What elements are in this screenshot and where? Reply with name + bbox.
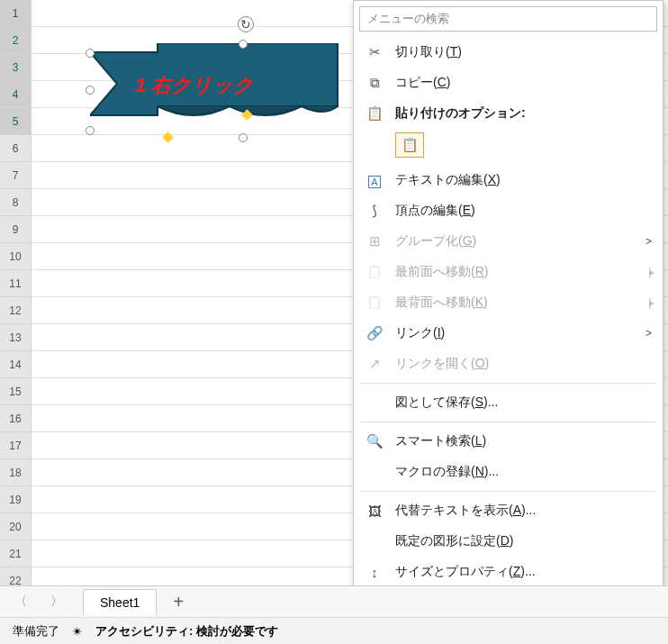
context-menu-item[interactable]: 図として保存(S)...	[354, 387, 663, 418]
row-header[interactable]: 20	[0, 513, 32, 540]
menu-search-input[interactable]: メニューの検索	[359, 6, 657, 32]
menu-item-label: 最背面へ移動(K)	[395, 295, 649, 311]
context-menu-item[interactable]: ⧉コピー(C)	[354, 68, 663, 98]
menu-item-icon: ⊞	[363, 233, 386, 249]
resize-handle[interactable]	[239, 40, 248, 49]
status-bar: 準備完了 ✴ アクセシビリティ: 検討が必要です	[0, 617, 668, 644]
menu-item-label: マクロの登録(N)...	[395, 464, 652, 480]
sheet-tabs-bar: 〈 〉 Sheet1 +	[0, 585, 668, 617]
menu-item-icon: 🀆	[363, 295, 386, 311]
menu-item-label: 頂点の編集(E)	[395, 203, 652, 219]
context-menu: メニューの検索 ✂切り取り(T)⧉コピー(C)📋貼り付けのオプション:📋Aテキス…	[353, 0, 663, 619]
context-menu-item: 🀆最前面へ移動(R)| ▸	[354, 257, 663, 287]
row-header[interactable]: 9	[0, 216, 32, 243]
row-header[interactable]: 16	[0, 405, 32, 432]
row-header[interactable]: 11	[0, 270, 32, 297]
context-menu-item[interactable]: ⟆頂点の編集(E)	[354, 195, 663, 226]
context-menu-item[interactable]: 🖼代替テキストを表示(A)...	[354, 495, 663, 526]
status-ready: 準備完了	[13, 623, 59, 639]
sheet-tab[interactable]: Sheet1	[83, 589, 157, 615]
row-header[interactable]: 7	[0, 162, 32, 189]
menu-item-label: テキストの編集(X)	[395, 172, 652, 188]
menu-item-icon: A	[363, 173, 386, 188]
row-header[interactable]: 15	[0, 378, 32, 405]
menu-item-label: 最前面へ移動(R)	[395, 264, 649, 280]
row-header[interactable]: 21	[0, 540, 32, 567]
menu-item-label: 既定の図形に設定(D)	[395, 533, 652, 549]
submenu-arrow-icon: | ▸	[649, 266, 652, 278]
resize-handle[interactable]	[86, 126, 95, 135]
add-sheet-button[interactable]: +	[173, 592, 184, 612]
row-header[interactable]: 18	[0, 459, 32, 486]
row-header[interactable]: 13	[0, 324, 32, 351]
menu-item-label: 図として保存(S)...	[395, 395, 652, 411]
context-menu-item[interactable]: ↕サイズとプロパティ(Z)...	[354, 557, 663, 587]
menu-item-icon: 🀆	[363, 264, 386, 280]
context-menu-item: ↗リンクを開く(O)	[354, 349, 663, 379]
menu-item-label: リンク(I)	[395, 325, 645, 341]
menu-item-icon: ↕	[363, 565, 386, 580]
context-menu-item[interactable]: マクロの登録(N)...	[354, 457, 663, 487]
resize-handle[interactable]	[86, 86, 95, 95]
row-header[interactable]: 8	[0, 189, 32, 216]
submenu-arrow-icon: | ▸	[649, 296, 652, 309]
context-menu-item: 🀆最背面へ移動(K)| ▸	[354, 287, 663, 318]
menu-item-label: 切り取り(T)	[395, 44, 652, 60]
row-header[interactable]: 6	[0, 135, 32, 162]
accessibility-icon: ✴	[72, 624, 83, 639]
resize-handle[interactable]	[239, 133, 248, 142]
menu-item-label: 代替テキストを表示(A)...	[395, 503, 652, 519]
submenu-arrow-icon: >	[645, 235, 652, 248]
menu-item-icon: ⧉	[363, 75, 386, 91]
menu-item-label: 貼り付けのオプション:	[395, 105, 652, 122]
resize-handle[interactable]	[86, 49, 95, 58]
context-menu-item: ⊞グループ化(G)>	[354, 226, 663, 257]
submenu-arrow-icon: >	[645, 327, 652, 340]
menu-item-icon: 🔍	[363, 433, 386, 449]
menu-item-icon: ⟆	[363, 203, 386, 219]
row-header[interactable]: 12	[0, 297, 32, 324]
context-menu-body: ✂切り取り(T)⧉コピー(C)📋貼り付けのオプション:📋Aテキストの編集(X)⟆…	[354, 37, 663, 618]
row-header[interactable]: 3	[0, 54, 32, 81]
context-menu-item[interactable]: ✂切り取り(T)	[354, 37, 663, 68]
row-header[interactable]: 19	[0, 486, 32, 513]
menu-item-label: スマート検索(L)	[395, 433, 652, 449]
menu-item-icon: 📋	[363, 105, 386, 122]
row-header[interactable]: 4	[0, 81, 32, 108]
context-menu-item[interactable]: 📋貼り付けのオプション:	[354, 98, 663, 129]
row-header[interactable]: 14	[0, 351, 32, 378]
menu-item-label: リンクを開く(O)	[395, 356, 652, 372]
row-headers: 12345678910111213141516171819202122	[0, 0, 32, 594]
context-menu-item[interactable]: 🔍スマート検索(L)	[354, 426, 663, 457]
context-menu-item[interactable]: 既定の図形に設定(D)	[354, 526, 663, 557]
menu-item-icon: 🖼	[363, 503, 386, 519]
menu-item-label: グループ化(G)	[395, 233, 645, 249]
paste-option-button[interactable]: 📋	[395, 132, 424, 158]
menu-item-icon: 🔗	[363, 325, 386, 341]
context-menu-item[interactable]: Aテキストの編集(X)	[354, 165, 663, 195]
row-header[interactable]: 5	[0, 108, 32, 135]
menu-item-label: サイズとプロパティ(Z)...	[395, 564, 652, 580]
row-header[interactable]: 17	[0, 432, 32, 459]
row-header[interactable]: 10	[0, 243, 32, 270]
sheet-nav-next[interactable]: 〉	[47, 594, 67, 610]
menu-item-label: コピー(C)	[395, 75, 652, 91]
annotation-1: 1 右クリック	[135, 72, 254, 99]
menu-item-icon: ✂	[363, 44, 386, 60]
row-header[interactable]: 1	[0, 0, 32, 27]
status-accessibility[interactable]: アクセシビリティ: 検討が必要です	[95, 623, 278, 639]
rotate-handle-icon[interactable]: ↻	[238, 16, 254, 32]
row-header[interactable]: 2	[0, 27, 32, 54]
sheet-nav-prev[interactable]: 〈	[11, 594, 31, 610]
context-menu-item[interactable]: 🔗リンク(I)>	[354, 318, 663, 349]
menu-item-icon: ↗	[363, 356, 386, 372]
